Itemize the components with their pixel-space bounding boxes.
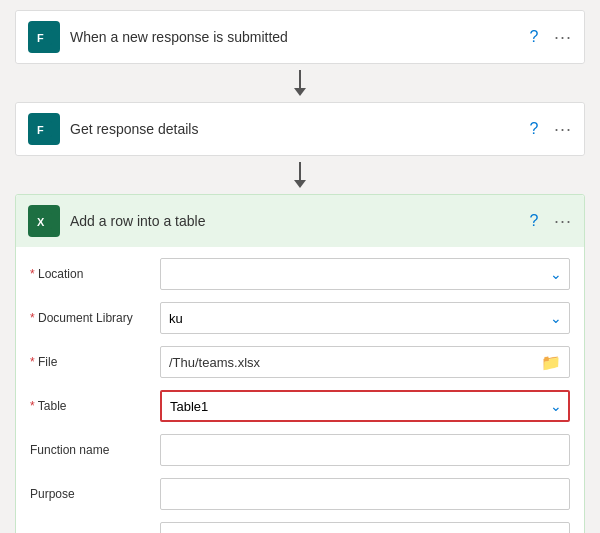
step-card-1: F When a new response is submitted ? ··· [15, 10, 585, 64]
file-label: File [30, 355, 160, 369]
step-actions-3: ? ··· [522, 209, 572, 233]
more-button-3[interactable]: ··· [554, 211, 572, 232]
step-title-2: Get response details [70, 121, 512, 137]
step-header-2: F Get response details ? ··· [16, 103, 584, 155]
more-button-1[interactable]: ··· [554, 27, 572, 48]
step-actions-1: ? ··· [522, 25, 572, 49]
arrow-head-1 [294, 88, 306, 96]
purpose-label: Purpose [30, 487, 160, 501]
excel-icon: X [28, 205, 60, 237]
table-row: Table Table1 ⌄ [30, 389, 570, 423]
arrow-line-1 [299, 70, 301, 88]
location2-row: Location [30, 521, 570, 533]
location-row: Location ⌄ [30, 257, 570, 291]
document-library-row: Document Library ku ⌄ [30, 301, 570, 335]
location2-input[interactable] [160, 522, 570, 533]
table-control-wrapper: Table1 ⌄ [160, 390, 570, 422]
table-label: Table [30, 399, 160, 413]
arrow-head-2 [294, 180, 306, 188]
file-wrapper[interactable]: /Thu/teams.xlsx 📁 [160, 346, 570, 378]
document-library-select-wrapper: ku ⌄ [160, 302, 570, 334]
forms-icon-2: F [28, 113, 60, 145]
purpose-input[interactable] [160, 478, 570, 510]
function-name-row: Function name [30, 433, 570, 467]
purpose-row: Purpose [30, 477, 570, 511]
step-header-3: X Add a row into a table ? ··· [16, 195, 584, 247]
svg-text:F: F [37, 124, 44, 136]
help-button-3[interactable]: ? [522, 209, 546, 233]
step-title-1: When a new response is submitted [70, 29, 512, 45]
svg-text:X: X [37, 216, 45, 228]
function-name-label: Function name [30, 443, 160, 457]
help-button-1[interactable]: ? [522, 25, 546, 49]
arrow-line-2 [299, 162, 301, 180]
folder-icon: 📁 [533, 353, 569, 372]
step-header-1: F When a new response is submitted ? ··· [16, 11, 584, 63]
document-library-select[interactable]: ku [160, 302, 570, 334]
table-select[interactable]: Table1 [160, 390, 570, 422]
location-select[interactable] [160, 258, 570, 290]
forms-icon-1: F [28, 21, 60, 53]
help-button-2[interactable]: ? [522, 117, 546, 141]
step-title-3: Add a row into a table [70, 213, 512, 229]
step-actions-2: ? ··· [522, 117, 572, 141]
flow-container: F When a new response is submitted ? ···… [0, 0, 600, 533]
more-button-2[interactable]: ··· [554, 119, 572, 140]
location-select-wrapper: ⌄ [160, 258, 570, 290]
step-card-3: X Add a row into a table ? ··· Location … [15, 194, 585, 533]
file-value: /Thu/teams.xlsx [161, 355, 533, 370]
arrow-1 [294, 64, 306, 102]
svg-text:F: F [37, 32, 44, 44]
document-library-label: Document Library [30, 311, 160, 325]
file-row: File /Thu/teams.xlsx 📁 [30, 345, 570, 379]
arrow-2 [294, 156, 306, 194]
expanded-body: Location ⌄ Document Library ku ⌄ [16, 247, 584, 533]
step-card-2: F Get response details ? ··· [15, 102, 585, 156]
location-label: Location [30, 267, 160, 281]
function-name-input[interactable] [160, 434, 570, 466]
